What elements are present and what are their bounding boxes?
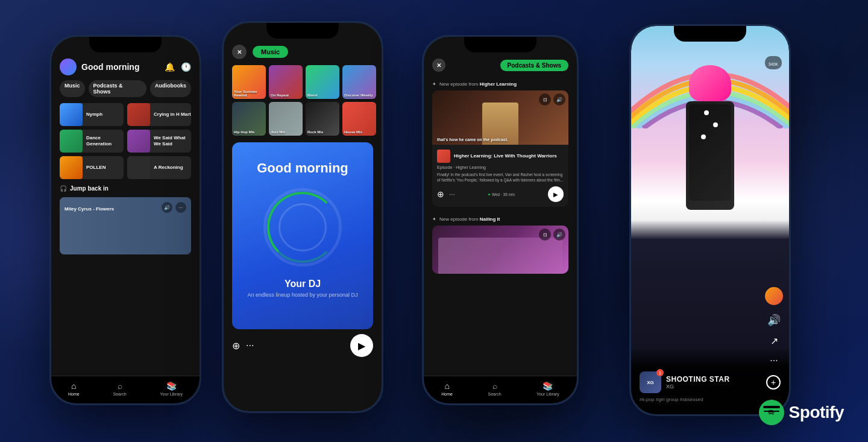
phone-4-shooting-star: 🔊 ↗ ··· 1 XG SHOOTING STAR XG xyxy=(629,24,791,416)
artist-figure xyxy=(656,74,764,279)
grid-item-dance[interactable]: Dance Generation xyxy=(60,130,124,153)
share-action[interactable]: ↗ xyxy=(770,335,778,347)
new-episode-badge-1: ✦ New episode from Higher Learning xyxy=(424,78,577,90)
phone1-jump-back: 🎧 Jump back in xyxy=(51,179,200,195)
thumb-on-repeat[interactable]: On Repeat xyxy=(269,65,303,99)
view-count: 340K xyxy=(765,56,782,69)
nav-home-label-p3: Home xyxy=(441,392,453,396)
phone2-row2: Hip Hop Mix Jazz Mix Rock Mix House Mix xyxy=(224,102,382,139)
add-icon[interactable]: ⊕ xyxy=(437,189,444,199)
ep-dot xyxy=(488,194,490,195)
thumb-discover-weekly[interactable]: Discover Weekly xyxy=(342,65,376,99)
jazz-label: Jazz Mix xyxy=(271,130,301,134)
screen-icon-2[interactable]: ⊡ xyxy=(539,229,551,241)
filter-music[interactable]: Music xyxy=(60,80,85,97)
headphones-icon: 🎧 xyxy=(60,185,67,192)
like-action[interactable]: 🔊 xyxy=(767,314,781,327)
add-to-library-btn[interactable]: + xyxy=(766,375,781,390)
phone1-filters: Music Podcasts & Shows Audiobooks xyxy=(51,80,200,103)
nymph-thumb xyxy=(60,103,83,126)
thumb-house[interactable]: House Mix xyxy=(342,102,376,136)
episode-1-play-button[interactable]: ▶ xyxy=(548,186,564,202)
phone4-side-actions: 🔊 ↗ ··· xyxy=(765,287,783,366)
wesaid-thumb xyxy=(127,130,150,153)
dance-label: Dance Generation xyxy=(86,135,124,147)
more-options-icon[interactable]: ··· xyxy=(175,202,186,213)
ep-ctrl-left: ⊕ ··· xyxy=(437,189,455,199)
phone1-now-playing[interactable]: Miley Cyrus - Flowers 🔊 ··· xyxy=(60,197,191,254)
phone1-notch xyxy=(89,37,162,52)
onrepeat-label: On Repeat xyxy=(271,93,301,97)
sparkle-icon: ✦ xyxy=(432,81,436,87)
thumb-summer-rewind[interactable]: Your Summer Rewind xyxy=(232,65,266,99)
play-button[interactable]: ▶ xyxy=(350,334,373,357)
add-to-library-icon[interactable]: ⊕ xyxy=(232,340,240,352)
spotify-icon xyxy=(759,400,784,425)
ep-time-label: Wed · 36 min xyxy=(492,192,515,197)
phone1-avatar xyxy=(60,58,77,75)
user-avatar-small xyxy=(765,287,783,305)
dj-ctrl-left: ⊕ ··· xyxy=(232,340,254,352)
speaker-icon[interactable]: 🔊 xyxy=(162,202,172,213)
avatar-action xyxy=(765,287,783,305)
nav-search-label: Search xyxy=(113,392,127,396)
episode-1-info: Higher Learning: Live With Thought Warri… xyxy=(432,145,568,207)
dots-icon-p4: ··· xyxy=(770,355,778,366)
view-count-label: 340K xyxy=(769,62,778,66)
artist-name: XG xyxy=(666,384,761,390)
grid-item-reckoning[interactable]: A Reckoning xyxy=(127,156,191,179)
grid-item-wesaid[interactable]: We Said What We Said xyxy=(127,130,191,153)
library-icon: 📚 xyxy=(166,381,177,391)
jump-back-label: Jump back in xyxy=(70,185,108,192)
nav-search-p3[interactable]: ⌕ Search xyxy=(488,381,501,396)
thumb-blend[interactable]: Blend xyxy=(306,65,339,99)
phone-1-home: Good morning 🔔 🕐 Music Podcasts & Shows … xyxy=(49,35,201,405)
more-action[interactable]: ··· xyxy=(770,355,778,366)
filter-audiobooks[interactable]: Audiobooks xyxy=(150,80,191,97)
history-icon[interactable]: 🕐 xyxy=(181,62,191,72)
nav-library[interactable]: 📚 Your Library xyxy=(160,381,183,396)
notification-icon[interactable]: 🔔 xyxy=(165,62,175,72)
thumb-rock[interactable]: Rock Mix xyxy=(306,102,339,136)
dj-greeting: Good morning xyxy=(244,160,361,176)
nav-search[interactable]: ⌕ Search xyxy=(113,381,127,396)
nav-home[interactable]: ⌂ Home xyxy=(68,381,80,396)
close-button[interactable]: ✕ xyxy=(232,45,247,59)
volume-icon[interactable]: 🔊 xyxy=(553,93,565,106)
episode-2-image: ⊡ 🔊 xyxy=(432,226,568,274)
grid-item-pollen[interactable]: POLLEN xyxy=(60,156,124,179)
song-info-text: SHOOTING STAR XG xyxy=(666,375,761,390)
spotify-circle-svg xyxy=(764,405,779,420)
close-button[interactable]: ✕ xyxy=(432,58,445,72)
more-options-icon[interactable]: ··· xyxy=(246,340,254,352)
new-episode-badge-2: ✦ New episode from Nailing It xyxy=(424,213,577,226)
search-icon: ⌕ xyxy=(118,381,122,391)
dj-subtitle: An endless lineup hosted by your persona… xyxy=(244,292,361,298)
phone4-notch xyxy=(674,26,746,42)
phone3-notch xyxy=(464,37,536,52)
volume-icon-2[interactable]: 🔊 xyxy=(553,229,565,241)
podcasts-filter-pill[interactable]: Podcasts & Shows xyxy=(500,60,568,71)
music-filter-pill[interactable]: Music xyxy=(253,46,288,58)
phone2-dj-controls: ⊕ ··· ▶ xyxy=(224,334,382,357)
filter-podcasts[interactable]: Podcasts & Shows xyxy=(89,80,146,97)
nav-search-label-p3: Search xyxy=(488,392,501,396)
nav-home-p3[interactable]: ⌂ Home xyxy=(441,381,453,396)
spotify-logo: Spotify xyxy=(759,400,844,425)
phone2-dj-card: Good morning Your DJ An endless lineup h… xyxy=(232,142,373,329)
nav-library-p3[interactable]: 📚 Your Library xyxy=(536,381,559,396)
phone-2-music: ✕ Music Your Summer Rewind On Repeat Ble… xyxy=(222,21,383,413)
dj-title: Your DJ xyxy=(244,279,361,289)
episode-card-1: ⊡ 🔊 that's how he came on the podcast. H… xyxy=(432,90,568,207)
grid-item-crying[interactable]: Crying in H Mart xyxy=(127,103,191,126)
sparkle-icon-2: ✦ xyxy=(432,216,436,222)
grid-item-nymph[interactable]: Nymph xyxy=(60,103,124,126)
summer-label: Your Summer Rewind xyxy=(234,90,264,97)
dots-icon[interactable]: ··· xyxy=(449,190,455,198)
thumb-hiphop[interactable]: Hip Hop Mix xyxy=(232,102,266,136)
screen-icon[interactable]: ⊡ xyxy=(539,93,551,106)
now-playing-controls: 🔊 ··· xyxy=(162,202,186,213)
thumb-jazz[interactable]: Jazz Mix xyxy=(269,102,303,136)
xg-logo: XG xyxy=(647,380,654,385)
song-title: SHOOTING STAR xyxy=(666,375,761,384)
